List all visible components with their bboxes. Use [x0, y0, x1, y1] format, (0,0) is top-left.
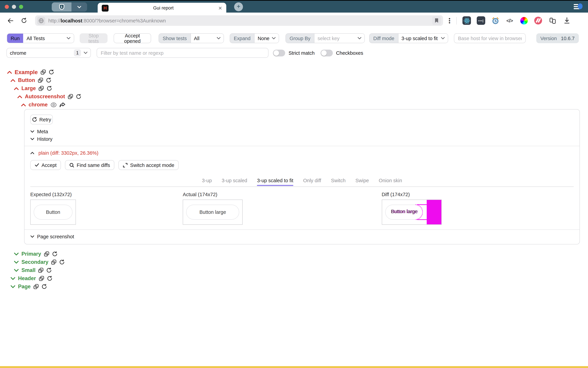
retry-icon[interactable] — [49, 69, 54, 75]
diff-screenshot[interactable]: Button large — [382, 200, 442, 225]
copy-icon[interactable] — [39, 276, 44, 281]
copy-icon[interactable] — [40, 69, 46, 75]
profile-avatar[interactable] — [578, 3, 583, 9]
retry-icon[interactable] — [52, 251, 57, 257]
tree-item-header[interactable]: Header — [0, 274, 588, 283]
tab-close-icon[interactable]: ✕ — [218, 5, 222, 11]
suite-name[interactable]: Small — [21, 267, 36, 273]
site-info-button[interactable] — [37, 17, 45, 25]
group-by-select[interactable]: select key — [314, 34, 365, 43]
suite-name[interactable]: Secondary — [21, 259, 48, 265]
tree-item-example[interactable]: Example — [0, 68, 588, 76]
chevron-up-icon[interactable] — [10, 79, 15, 82]
window-controls[interactable] — [5, 5, 23, 9]
chevron-down-icon[interactable] — [10, 285, 15, 288]
history-section-toggle[interactable]: History — [30, 135, 574, 143]
chevron-up-icon[interactable] — [14, 87, 19, 90]
share-icon[interactable] — [59, 102, 65, 107]
browser-name[interactable]: chrome — [28, 102, 48, 108]
tree-item-button[interactable]: Button — [0, 76, 588, 84]
test-filter-input[interactable] — [97, 48, 268, 58]
retry-icon[interactable] — [47, 276, 52, 281]
stop-tests-button[interactable]: Stop tests — [80, 33, 107, 43]
tree-item-small[interactable]: Small — [0, 266, 588, 274]
suite-name[interactable]: Primary — [21, 251, 41, 257]
alarm-extension[interactable] — [491, 16, 500, 25]
tab-list-dropdown[interactable] — [71, 2, 87, 11]
chevron-up-icon[interactable] — [21, 103, 26, 106]
accept-button[interactable]: Accept — [30, 160, 61, 170]
tree-item-chrome[interactable]: chrome — [0, 101, 588, 109]
tree-item-page[interactable]: Page — [0, 283, 588, 291]
copy-icon[interactable] — [38, 86, 44, 91]
meta-section-toggle[interactable]: Meta — [30, 128, 574, 135]
copy-icon[interactable] — [44, 251, 49, 257]
react-devtools-extension[interactable] — [463, 16, 471, 25]
retry-icon[interactable] — [59, 259, 65, 265]
copy-icon[interactable] — [33, 284, 39, 289]
browser-filter-select[interactable]: chrome 1 — [7, 48, 91, 58]
suite-name[interactable]: Page — [18, 284, 31, 290]
tree-item-autoscreenshot[interactable]: Autoscreenshot — [0, 92, 588, 101]
tab-counter[interactable]: 1 — [52, 2, 87, 11]
strict-match-toggle[interactable] — [273, 49, 285, 56]
diff-mode-select[interactable]: 3-up scaled to fit — [398, 34, 448, 43]
retry-icon[interactable] — [47, 267, 52, 273]
run-button[interactable]: Run — [7, 34, 23, 43]
bookmark-button[interactable] — [432, 16, 441, 25]
suite-name[interactable]: Large — [21, 85, 36, 92]
retry-icon[interactable] — [76, 94, 81, 99]
tab-3-up-scaled[interactable]: 3-up scaled — [222, 178, 247, 186]
tab-only-diff[interactable]: Only diff — [303, 178, 321, 186]
chevron-down-icon[interactable] — [14, 269, 19, 272]
tab-3-up[interactable]: 3-up — [202, 178, 212, 186]
copy-icon[interactable] — [51, 259, 57, 265]
expand-select[interactable]: None — [254, 34, 279, 43]
downloads-button[interactable] — [562, 16, 571, 25]
keychain-extension[interactable] — [548, 16, 557, 25]
accept-opened-button[interactable]: Accept opened — [114, 33, 151, 43]
copy-icon[interactable] — [38, 267, 44, 273]
suite-name[interactable]: Header — [18, 275, 36, 282]
retry-icon[interactable] — [46, 77, 51, 83]
new-tab-button[interactable]: + — [234, 2, 243, 11]
retry-icon[interactable] — [41, 284, 47, 289]
base-host-input[interactable] — [454, 33, 526, 43]
reload-button[interactable] — [21, 18, 27, 23]
retry-button[interactable]: Retry — [30, 115, 53, 124]
tab-switch[interactable]: Switch — [331, 178, 346, 186]
checkboxes-toggle[interactable] — [320, 49, 333, 56]
chevron-up-icon[interactable] — [17, 95, 22, 98]
tree-item-secondary[interactable]: Secondary — [0, 258, 588, 266]
chevron-down-icon[interactable] — [14, 252, 19, 256]
zoom-window-button[interactable] — [19, 5, 23, 9]
browser-menu-button[interactable] — [574, 3, 583, 10]
actual-screenshot[interactable]: Button large — [183, 200, 243, 225]
tree-item-large[interactable]: Large — [0, 84, 588, 92]
back-button[interactable] — [8, 18, 14, 23]
find-same-diffs-button[interactable]: Find same diffs — [65, 160, 114, 170]
suite-name[interactable]: Example — [15, 69, 38, 75]
url-text[interactable]: http://localhost:8000/?browser=chrome%3A… — [48, 18, 432, 23]
copy-icon[interactable] — [68, 94, 73, 99]
suite-name[interactable]: Button — [18, 77, 35, 83]
chevron-down-icon[interactable] — [10, 277, 15, 280]
tab-swipe[interactable]: Swipe — [355, 178, 369, 186]
state-section-toggle[interactable]: plain (diff: 3302px, 26.36%) — [30, 149, 574, 157]
eye-icon[interactable] — [50, 102, 57, 107]
tree-item-primary[interactable]: Primary — [0, 250, 588, 258]
color-picker-extension[interactable] — [520, 16, 528, 25]
browser-tab[interactable]: H Gui report ✕ — [98, 3, 226, 13]
copy-icon[interactable] — [38, 77, 43, 83]
tab-onion-skin[interactable]: Onion skin — [379, 178, 402, 186]
test-name[interactable]: Autoscreenshot — [25, 93, 65, 100]
scale-extension[interactable] — [534, 16, 542, 25]
switch-accept-mode-button[interactable]: Switch accept mode — [119, 160, 179, 170]
code-extension[interactable]: </> — [505, 16, 514, 25]
expected-screenshot[interactable]: Button — [30, 200, 76, 225]
minimize-window-button[interactable] — [12, 5, 16, 9]
run-mode-select[interactable]: All Tests — [23, 34, 74, 43]
chevron-down-icon[interactable] — [14, 261, 19, 264]
chevron-up-icon[interactable] — [7, 71, 12, 74]
address-bar[interactable]: http://localhost:8000/?browser=chrome%3A… — [35, 15, 443, 26]
